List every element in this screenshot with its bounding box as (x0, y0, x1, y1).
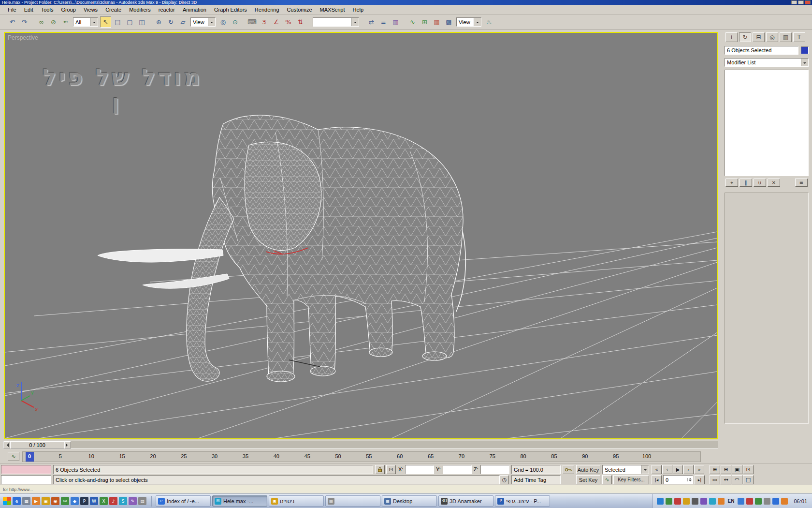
tray-icon[interactable] (683, 498, 690, 505)
zoom-all-button[interactable]: ⊞ (721, 465, 731, 474)
quick-launch-icon[interactable]: X (100, 497, 108, 505)
tray-icon[interactable] (674, 498, 681, 505)
z-coordinate-field[interactable] (480, 465, 509, 474)
taskbar-button-3d-anamaker[interactable]: 3D3D Anamaker (438, 495, 493, 507)
chevron-down-icon[interactable] (90, 18, 98, 26)
tab-utilities[interactable]: T (793, 32, 805, 42)
viewport-label[interactable]: Perspective (8, 34, 38, 41)
quick-launch-icon[interactable]: ▦ (22, 497, 30, 505)
chevron-down-icon[interactable] (208, 18, 215, 26)
quick-launch-icon[interactable]: P (80, 497, 88, 505)
remove-modifier-button[interactable]: ✕ (768, 179, 780, 187)
menu-modifiers[interactable]: Modifiers (125, 6, 155, 14)
zoom-extents-button[interactable]: ▣ (732, 465, 742, 474)
select-and-link-button[interactable]: ∞ (36, 16, 47, 28)
tray-icon[interactable] (738, 498, 744, 505)
select-by-name-button[interactable]: ▤ (112, 16, 123, 28)
tab-hierarchy[interactable]: ⊟ (753, 32, 765, 42)
tray-icon[interactable] (666, 498, 672, 505)
chevron-down-icon[interactable] (801, 59, 808, 66)
chevron-down-icon[interactable] (474, 18, 481, 26)
key-mode-dropdown[interactable]: Selected (602, 465, 649, 474)
menu-maxscript[interactable]: MAXScript (316, 6, 349, 14)
previous-frame-button[interactable]: ‹ (662, 465, 672, 474)
select-and-move-button[interactable]: ⊕ (153, 16, 164, 28)
quick-render-button[interactable]: ♨ (483, 16, 494, 28)
tray-icon[interactable] (692, 498, 698, 505)
mirror-button[interactable]: ⇄ (366, 16, 377, 28)
key-filters-button[interactable]: Key Filters... (613, 475, 649, 484)
modifier-stack-list[interactable] (725, 70, 809, 176)
tray-icon[interactable] (700, 498, 707, 505)
menu-help[interactable]: Help (349, 6, 368, 14)
curve-editor-button[interactable]: ∿ (407, 16, 418, 28)
default-tangent-button[interactable] (602, 475, 612, 484)
percent-snap-toggle-button[interactable]: % (283, 16, 294, 28)
tab-display[interactable]: ▥ (780, 32, 792, 42)
tab-modify[interactable]: ↻ (739, 32, 751, 42)
render-type-dropdown[interactable]: View (456, 17, 481, 27)
select-and-manipulate-button[interactable]: ⊙ (230, 16, 241, 28)
zoom-region-button[interactable]: ▭ (710, 475, 720, 484)
tray-icon[interactable] (772, 498, 779, 505)
quick-launch-icon[interactable]: ▶ (32, 497, 40, 505)
menu-create[interactable]: Create (102, 6, 125, 14)
next-frame-button[interactable]: › (683, 465, 694, 474)
minimize-button[interactable] (791, 0, 797, 4)
tray-icon[interactable] (764, 498, 770, 505)
maxscript-listener-pane[interactable] (1, 475, 51, 484)
taskbar-button-graphic-design[interactable]: Pעיצוב גרפי - P... (495, 495, 550, 507)
language-indicator[interactable]: EN (726, 498, 736, 504)
maximize-button[interactable] (798, 0, 804, 4)
previous-key-button[interactable] (652, 475, 662, 484)
quick-launch-icon[interactable]: S (119, 497, 127, 505)
time-slider-track[interactable]: 0 / 100 (3, 441, 718, 449)
play-animation-button[interactable]: ▶ (673, 465, 683, 474)
y-coordinate-field[interactable] (443, 465, 472, 474)
undo-button[interactable]: ↶ (7, 16, 18, 28)
redo-button[interactable]: ↷ (19, 16, 30, 28)
menu-tools[interactable]: Tools (37, 6, 58, 14)
tray-icon[interactable] (657, 498, 664, 505)
quick-launch-icon[interactable]: ♪ (109, 497, 117, 505)
auto-key-button[interactable]: Auto Key (576, 465, 600, 474)
next-frame-arrow[interactable] (64, 441, 71, 448)
elephant-wireframe[interactable] (98, 115, 465, 382)
menu-customize[interactable]: Customize (283, 6, 316, 14)
menu-reactor[interactable]: reactor (155, 6, 179, 14)
tray-icon[interactable] (709, 498, 716, 505)
set-key-mode-toggle[interactable] (563, 465, 574, 474)
menu-rendering[interactable]: Rendering (251, 6, 283, 14)
tray-icon[interactable] (718, 498, 725, 505)
object-color-swatch[interactable] (801, 46, 809, 54)
windows-icon[interactable] (3, 497, 11, 505)
quick-launch-icon[interactable]: ◆ (71, 497, 79, 505)
window-titlebar[interactable]: Hele.max - Project Folder: C:\Users\...\… (0, 0, 812, 5)
use-pivot-point-center-button[interactable]: ◎ (218, 16, 229, 28)
unlink-selection-button[interactable]: ⊘ (48, 16, 59, 28)
material-editor-button[interactable]: ▦ (431, 16, 442, 28)
taskbar-button-nisuyim[interactable]: ▣ניסויים (269, 495, 324, 507)
taskbar-button-helemax[interactable]: MHele.max -... (212, 495, 267, 507)
rectangular-selection-region-button[interactable]: ▢ (124, 16, 135, 28)
menu-graph-editors[interactable]: Graph Editors (210, 6, 251, 14)
selection-filter-dropdown[interactable]: All (73, 17, 98, 27)
time-slider-thumb[interactable]: 0 / 100 (10, 441, 64, 448)
go-to-end-button[interactable]: » (694, 465, 704, 474)
next-key-button[interactable] (695, 475, 705, 484)
make-unique-button[interactable]: ∪ (754, 179, 766, 187)
absolute-offset-toggle[interactable] (386, 465, 396, 474)
set-key-button[interactable]: Set Key (576, 475, 600, 484)
modifier-list-dropdown[interactable]: Modifier List (725, 58, 809, 67)
named-selection-sets-dropdown[interactable] (313, 17, 359, 27)
render-setup-button[interactable]: ▩ (443, 16, 454, 28)
pan-view-button[interactable]: ↔ (721, 475, 731, 484)
frame-spinner[interactable] (687, 478, 692, 481)
tray-icon[interactable] (746, 498, 753, 505)
menu-group[interactable]: Group (57, 6, 80, 14)
schematic-view-button[interactable]: ⊞ (419, 16, 430, 28)
angle-snap-toggle-button[interactable]: ∠ (271, 16, 282, 28)
object-name-field[interactable]: 6 Objects Selected (725, 46, 798, 55)
quick-launch-icon[interactable]: ✎ (129, 497, 137, 505)
zoom-button[interactable]: ⊕ (710, 465, 720, 474)
